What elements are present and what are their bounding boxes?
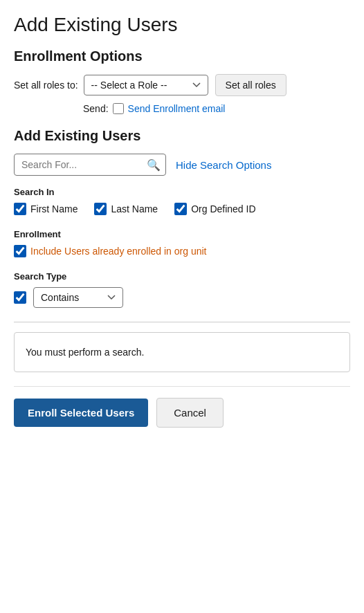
set-all-roles-button[interactable]: Set all roles (215, 74, 286, 96)
first-name-checkbox-item: First Name (14, 203, 78, 215)
last-name-checkbox[interactable] (94, 203, 107, 215)
search-type-row: Contains (14, 287, 350, 308)
hide-search-options-link[interactable]: Hide Search Options (176, 159, 271, 171)
last-name-label: Last Name (111, 203, 158, 214)
send-email-checkbox[interactable] (113, 103, 124, 114)
last-name-checkbox-item: Last Name (94, 203, 158, 215)
enrollment-options-section: Enrollment Options Set all roles to: -- … (14, 48, 350, 114)
footer-buttons: Enroll Selected Users Cancel (14, 386, 350, 441)
set-roles-label: Set all roles to: (14, 80, 78, 91)
enrollment-options-title: Enrollment Options (14, 48, 350, 64)
search-bar-row: 🔍 Hide Search Options (14, 154, 350, 176)
first-name-checkbox[interactable] (14, 203, 26, 215)
search-type-select[interactable]: Contains (33, 287, 123, 308)
enrollment-block: Enrollment Include Users already enrolle… (14, 229, 350, 257)
org-id-checkbox-item: Org Defined ID (174, 203, 255, 215)
send-label: Send: (83, 103, 109, 114)
search-in-checkboxes: First Name Last Name Org Defined ID (14, 203, 350, 215)
first-name-label: First Name (30, 203, 78, 214)
search-icon: 🔍 (147, 158, 161, 172)
include-enrolled-label: Include Users already enrolled in org un… (30, 246, 206, 257)
add-existing-section: Add Existing Users 🔍 Hide Search Options… (14, 128, 350, 372)
search-input[interactable] (14, 154, 166, 176)
org-id-checkbox[interactable] (174, 203, 187, 215)
org-id-label: Org Defined ID (191, 203, 255, 214)
send-email-link[interactable]: Send Enrollment email (128, 103, 226, 114)
page-title: Add Existing Users (14, 14, 350, 36)
search-type-block: Search Type Contains (14, 271, 350, 308)
search-in-label: Search In (14, 187, 350, 197)
send-email-row: Send: Send Enrollment email (83, 103, 350, 114)
enroll-selected-users-button[interactable]: Enroll Selected Users (14, 399, 148, 427)
add-existing-title: Add Existing Users (14, 128, 350, 144)
search-options: Search In First Name Last Name Org Defin… (14, 187, 350, 308)
search-type-label: Search Type (14, 271, 350, 282)
include-enrolled-checkbox-item: Include Users already enrolled in org un… (14, 245, 206, 257)
role-select[interactable]: -- Select a Role -- (84, 75, 208, 95)
search-message-text: You must perform a search. (26, 347, 338, 358)
search-input-wrapper: 🔍 (14, 154, 166, 176)
cancel-button[interactable]: Cancel (156, 398, 224, 428)
search-type-checkbox[interactable] (14, 291, 26, 304)
set-roles-row: Set all roles to: -- Select a Role -- Se… (14, 74, 350, 96)
search-message-box: You must perform a search. (14, 332, 350, 372)
enrollment-filter-label: Enrollment (14, 229, 350, 239)
divider (14, 322, 350, 322)
search-in-block: Search In First Name Last Name Org Defin… (14, 187, 350, 215)
include-enrolled-checkbox[interactable] (14, 245, 26, 257)
enrollment-checkboxes: Include Users already enrolled in org un… (14, 245, 350, 257)
